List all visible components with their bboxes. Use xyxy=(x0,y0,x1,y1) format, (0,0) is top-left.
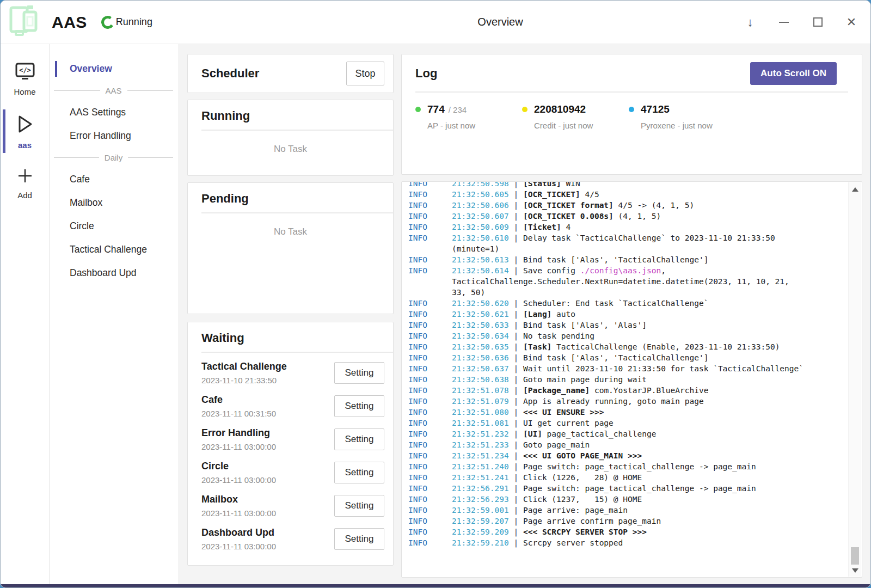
log-time: 21:32:59.210 xyxy=(452,538,509,547)
log-line: INFO21:32:51.240 | Page switch: page_tac… xyxy=(408,461,845,472)
log-line: INFO21:32:50.637 | Wait until 2023-11-10… xyxy=(408,363,845,374)
sidebar-item-cafe[interactable]: Cafe xyxy=(50,169,179,190)
setting-button[interactable]: Setting xyxy=(334,462,384,483)
minimize-icon[interactable] xyxy=(777,15,791,29)
pending-title: Pending xyxy=(201,192,393,206)
log-level: INFO xyxy=(408,537,452,548)
log-line: INFO21:32:56.291 | Page switch: page_tac… xyxy=(408,483,845,494)
log-output-card: INFO21:32:50.598 | [Status] WININFO21:32… xyxy=(401,181,862,578)
stat-value: 47125 xyxy=(641,103,670,115)
sidebar-item-tactical-challenge[interactable]: Tactical Challenge xyxy=(50,239,179,260)
nav-section-label: Daily xyxy=(105,153,122,162)
log-header-card: Log Auto Scroll ON 774/ 234AP - just now… xyxy=(401,54,862,175)
log-level: INFO xyxy=(408,265,452,276)
waiting-task-row: Mailbox2023-11-11 03:00:00Setting xyxy=(188,489,393,522)
log-line: INFO21:32:59.001 | Page arrive: page_mai… xyxy=(408,505,845,516)
scroll-down-icon[interactable] xyxy=(852,568,858,573)
log-message: 21:32:50.613 | Bind task ['Alas', 'Tacti… xyxy=(452,254,845,265)
log-message: 21:32:59.001 | Page arrive: page_main xyxy=(452,505,845,516)
setting-button[interactable]: Setting xyxy=(334,428,384,450)
log-level: INFO xyxy=(408,189,452,200)
auto-scroll-button[interactable]: Auto Scroll ON xyxy=(750,62,837,85)
log-level: INFO xyxy=(408,200,452,211)
log-time: 21:32:50.598 xyxy=(452,181,509,188)
log-level: INFO xyxy=(408,330,452,341)
log-time: 21:32:59.207 xyxy=(452,517,509,525)
log-level: INFO xyxy=(408,320,452,330)
log-line: INFO21:32:50.620 | Scheduler: End task `… xyxy=(408,298,845,309)
log-level: INFO xyxy=(408,385,452,396)
log-level: INFO xyxy=(408,439,452,450)
log-line: INFO21:32:51.232 | [UI] page_tactical_ch… xyxy=(408,428,845,439)
sidebar-nav: OverviewAASAAS SettingsError HandlingDai… xyxy=(50,44,179,588)
stat-label: AP - just now xyxy=(427,121,522,130)
stop-button[interactable]: Stop xyxy=(346,62,384,85)
waiting-task-time: 2023-11-11 03:00:00 xyxy=(201,475,334,485)
log-level: INFO xyxy=(408,298,452,309)
close-icon[interactable]: ✕ xyxy=(844,15,858,29)
sidebar-item-overview[interactable]: Overview xyxy=(50,58,179,79)
log-time: 21:32:50.607 xyxy=(452,212,509,220)
log-scrollbar[interactable] xyxy=(848,182,861,577)
sidebar-item-mailbox[interactable]: Mailbox xyxy=(50,192,179,213)
log-level xyxy=(408,276,452,287)
rail-item-add[interactable]: Add xyxy=(1,161,49,205)
running-card: Running No Task xyxy=(187,100,394,176)
log-time: 21:32:50.621 xyxy=(452,310,509,318)
log-line: INFO21:32:50.610 | Delay task `TacticalC… xyxy=(408,232,845,243)
sidebar-item-circle[interactable]: Circle xyxy=(50,216,179,237)
log-time: 21:32:50.614 xyxy=(452,266,509,275)
log-line: INFO21:32:50.609 | [Ticket] 4 xyxy=(408,222,845,232)
log-line: INFO21:32:59.210 | Scrcpy server stopped xyxy=(408,537,845,548)
log-level: INFO xyxy=(408,505,452,516)
waiting-card: Waiting Tactical Challenge2023-11-10 21:… xyxy=(187,322,394,566)
log-time: 21:32:51.078 xyxy=(452,386,509,395)
log-line: INFO21:32:50.598 | [Status] WIN xyxy=(408,181,845,189)
stat-suffix: / 234 xyxy=(449,105,467,114)
waiting-task-name: Mailbox xyxy=(201,494,334,505)
waiting-title: Waiting xyxy=(201,331,393,345)
setting-button[interactable]: Setting xyxy=(334,495,384,517)
log-line: INFO21:32:51.078 | [Package_name] com.Yo… xyxy=(408,385,845,396)
app-window: AAS Running Overview ↓✕ </>HomeaasAdd Ov… xyxy=(0,0,871,588)
setting-button[interactable]: Setting xyxy=(334,362,384,384)
log-time: 21:32:51.080 xyxy=(452,408,509,416)
rail-item-aas[interactable]: aas xyxy=(1,107,49,155)
sidebar-item-dashboard-upd[interactable]: Dashboard Upd xyxy=(50,262,179,284)
scrollbar-thumb[interactable] xyxy=(851,547,859,565)
log-line: INFO21:32:50.621 | [Lang] auto xyxy=(408,309,845,320)
log-message: 21:32:50.637 | Wait until 2023-11-10 21:… xyxy=(452,363,845,374)
maximize-icon[interactable] xyxy=(811,15,825,29)
scheduler-status: Running xyxy=(116,16,152,28)
log-message: 21:32:59.209 | <<< SCRCPY SERVER STOP >>… xyxy=(452,526,845,537)
log-message: 21:32:56.293 | Click (1237, 15) @ HOME xyxy=(452,494,845,505)
log-line-continuation: 33, 50) xyxy=(408,287,845,298)
setting-button[interactable]: Setting xyxy=(334,528,384,550)
stat-dot-icon xyxy=(522,107,527,112)
log-line: INFO21:32:50.638 | Goto main page during… xyxy=(408,374,845,385)
log-line: INFO21:32:50.613 | Bind task ['Alas', 'T… xyxy=(408,254,845,265)
main-content: Scheduler Stop Running No Task Pending N… xyxy=(179,44,870,588)
log-line: INFO21:32:50.634 | No task pending xyxy=(408,330,845,341)
log-message: 21:32:50.633 | Bind task ['Alas', 'Alas'… xyxy=(452,320,845,330)
log-time: 21:32:51.079 xyxy=(452,397,509,406)
log-message: 21:32:50.634 | No task pending xyxy=(452,330,845,341)
scroll-up-icon[interactable] xyxy=(852,187,858,192)
log-level: INFO xyxy=(408,494,452,505)
sidebar-item-aas-settings[interactable]: AAS Settings xyxy=(50,102,179,123)
play-icon xyxy=(16,114,34,137)
waiting-task-info: Dashboard Upd2023-11-11 03:00:00 xyxy=(201,527,334,551)
nav-section-divider: Daily xyxy=(54,153,173,162)
setting-button[interactable]: Setting xyxy=(334,395,384,417)
waiting-task-time: 2023-11-11 03:00:00 xyxy=(201,509,334,518)
log-message: 21:32:50.638 | Goto main page during wai… xyxy=(452,374,845,385)
pending-card: Pending No Task xyxy=(187,182,394,314)
log-message: 21:32:50.606 | [OCR_TICKET format] 4/5 -… xyxy=(452,200,845,211)
arrow-down-icon[interactable]: ↓ xyxy=(743,15,757,29)
rail-item-home[interactable]: </>Home xyxy=(1,56,49,102)
sidebar-item-error-handling[interactable]: Error Handling xyxy=(50,125,179,146)
log-line: INFO21:32:56.293 | Click (1237, 15) @ HO… xyxy=(408,494,845,505)
running-spinner-icon xyxy=(100,15,115,30)
log-time: 21:32:51.233 xyxy=(452,440,509,449)
app-name: AAS xyxy=(52,13,87,32)
